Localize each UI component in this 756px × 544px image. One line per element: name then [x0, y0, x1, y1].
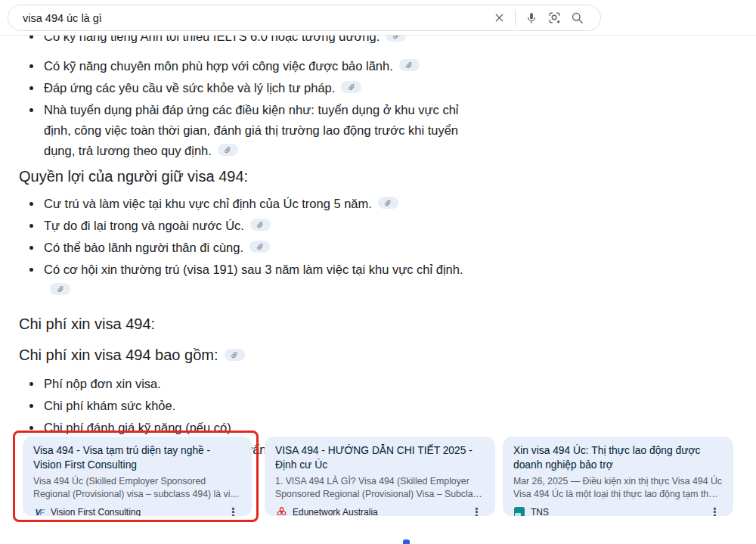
benefits-list: Cư trú và làm việc tại khu vực chỉ định …	[19, 194, 491, 300]
more-options-icon[interactable]: ⋮	[707, 505, 723, 516]
list-item: Có thể bảo lãnh người thân đi cùng.	[42, 238, 485, 258]
list-item-text: Chi phí đánh giá kỹ năng (nếu có).	[44, 421, 234, 434]
paperclip-icon	[255, 219, 265, 230]
citation-chip[interactable]	[50, 283, 70, 295]
source-card[interactable]: Xin visa 494 Úc: Thị thực lao động được …	[503, 437, 733, 516]
search-bar[interactable]	[8, 5, 601, 31]
edunetwork-favicon-icon	[275, 506, 287, 517]
search-icon[interactable]	[565, 7, 588, 30]
card-title: VISA 494 - HƯỚNG DẪN CHI TIẾT 2025 - Địn…	[275, 443, 485, 472]
paperclip-icon	[404, 60, 414, 70]
benefits-heading: Quyền lợi của người giữ visa 494:	[19, 166, 491, 187]
list-item: Đáp ứng các yêu cầu về sức khỏe và lý lị…	[42, 78, 485, 98]
list-item-text: Có thể bảo lãnh người thân đi cùng.	[44, 241, 243, 254]
list-item: Chi phí đánh giá kỹ năng (nếu có).	[42, 418, 485, 438]
card-footer: Edunetwork Australia ⋮	[275, 505, 485, 516]
cost-heading: Chi phí xin visa 494:	[19, 313, 491, 334]
card-snippet: 1. VISA 494 LÀ GÌ? Visa 494 (Skilled Emp…	[275, 475, 485, 500]
google-lens-icon[interactable]	[543, 7, 565, 30]
clear-icon[interactable]	[488, 7, 510, 30]
source-name: Vision First Consulting	[51, 507, 141, 517]
source-name: TNS	[531, 507, 549, 517]
list-item-text: Có kỹ năng chuyên môn phù hợp với công v…	[44, 59, 393, 73]
vision-first-favicon-icon: VF	[33, 506, 45, 517]
list-item: Nhà tuyển dụng phải đáp ứng các điều kiệ…	[42, 100, 485, 161]
paperclip-icon	[254, 241, 265, 252]
card-footer: VF Vision First Consulting ⋮	[33, 505, 241, 516]
searchbar-divider	[515, 10, 516, 26]
list-item-text: Có cơ hội xin thường trú (visa 191) sau …	[44, 263, 463, 276]
source-cards: Visa 494 - Visa tạm trú diện tay nghề - …	[0, 437, 756, 520]
card-title: Xin visa 494 Úc: Thị thực lao động được …	[513, 443, 723, 472]
source-card[interactable]: Visa 494 - Visa tạm trú diện tay nghề - …	[23, 437, 252, 516]
list-item: Tự do đi lại trong và ngoài nước Úc.	[42, 216, 485, 236]
list-item-text: Đáp ứng các yêu cầu về sức khỏe và lý lị…	[44, 81, 335, 95]
list-item-text: Tự do đi lại trong và ngoài nước Úc.	[44, 219, 244, 232]
paperclip-icon	[229, 350, 240, 360]
list-item-text: Cư trú và làm việc tại khu vực chỉ định …	[44, 197, 372, 210]
citation-chip[interactable]	[218, 144, 238, 156]
card-snippet: Visa 494 Úc (Skilled Employer Sponsored …	[33, 475, 241, 500]
citation-chip[interactable]	[225, 349, 245, 361]
cost-subheading-text: Chi phí xin visa 494 bao gồm:	[19, 347, 218, 363]
list-item: Có kỹ năng chuyên môn phù hợp với công v…	[42, 56, 485, 76]
card-snippet: Mar 26, 2025 — Điều kiện xin thị thực Vi…	[513, 475, 723, 500]
paperclip-icon	[222, 145, 233, 155]
more-options-icon[interactable]: ⋮	[225, 505, 241, 516]
citation-chip[interactable]	[399, 59, 420, 71]
list-item-text: Phí nộp đơn xin visa.	[44, 377, 161, 390]
microphone-icon[interactable]	[520, 7, 543, 30]
card-footer: TNS ⋮	[513, 505, 723, 516]
list-item: Chi phí khám sức khỏe.	[42, 396, 485, 416]
list-item-text: Nhà tuyển dụng phải đáp ứng các điều kiệ…	[44, 103, 458, 157]
paperclip-icon	[383, 197, 393, 208]
search-header	[0, 0, 756, 36]
paperclip-icon	[346, 82, 357, 92]
list-item: Có cơ hội xin thường trú (visa 191) sau …	[42, 260, 485, 300]
more-options-icon[interactable]: ⋮	[469, 505, 485, 516]
list-item: Phí nộp đơn xin visa.	[42, 374, 485, 394]
tns-favicon-icon	[513, 506, 525, 517]
requirements-list: Có kỹ năng tiếng Anh tối thiểu IELTS 6.0…	[19, 26, 491, 161]
ai-answer: Có kỹ năng tiếng Anh tối thiểu IELTS 6.0…	[19, 36, 491, 462]
paperclip-icon	[54, 284, 65, 294]
list-item: Cư trú và làm việc tại khu vực chỉ định …	[42, 194, 485, 214]
citation-chip[interactable]	[378, 197, 398, 209]
list-item-text: Chi phí khám sức khỏe.	[44, 399, 175, 412]
source-card[interactable]: VISA 494 - HƯỚNG DẪN CHI TIẾT 2025 - Địn…	[265, 437, 495, 516]
citation-chip[interactable]	[250, 219, 271, 231]
citation-chip[interactable]	[341, 81, 361, 93]
search-input[interactable]	[23, 12, 488, 24]
citation-chip[interactable]	[249, 241, 270, 253]
source-name: Edunetwork Australia	[293, 507, 378, 517]
cost-subheading: Chi phí xin visa 494 bao gồm:	[19, 344, 491, 365]
google-logo-fragment	[403, 539, 410, 544]
card-title: Visa 494 - Visa tạm trú diện tay nghề - …	[33, 443, 241, 472]
